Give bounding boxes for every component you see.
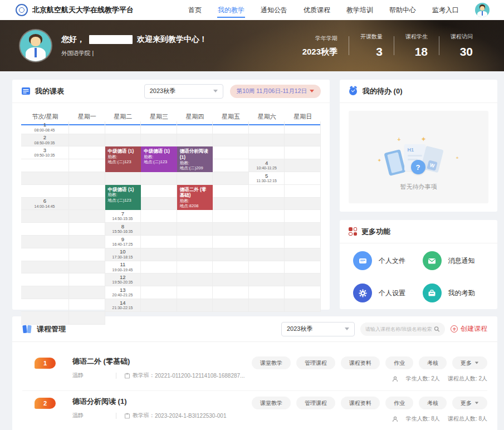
nav-item-1[interactable]: 首页 [188,1,202,20]
nav-item-5[interactable]: 教学培训 [346,1,374,20]
timetable-cell[interactable] [105,121,141,134]
timetable-cell[interactable] [21,312,69,325]
timetable-cell[interactable] [213,121,249,134]
timetable-cell[interactable] [21,172,69,185]
timetable-cell[interactable] [69,121,105,134]
timetable-cell[interactable] [141,286,177,299]
course-name[interactable]: 德语二外 (零基础) [72,356,244,367]
timetable-cell[interactable] [249,121,285,134]
timetable-cell[interactable] [69,159,105,172]
user-avatar[interactable] [475,3,490,17]
timetable-cell[interactable] [249,248,285,261]
timetable-cell[interactable] [213,185,249,198]
timetable-cell[interactable] [69,146,105,159]
function-item-1[interactable]: 个人文件 [353,251,423,270]
timetable-cell[interactable] [249,299,285,312]
timetable-cell[interactable] [141,185,177,198]
timetable-cell[interactable] [69,261,105,274]
timetable-cell[interactable] [141,172,177,185]
action-button[interactable]: 考核 [419,397,447,409]
timetable-cell[interactable] [285,172,321,185]
timetable-cell[interactable] [69,299,105,312]
timetable-cell[interactable] [105,172,141,185]
timetable-cell[interactable] [21,261,69,274]
timetable-cell[interactable] [213,248,249,261]
timetable-cell[interactable] [141,223,177,236]
timetable-cell[interactable] [21,159,69,172]
timetable-cell[interactable] [285,121,321,134]
timetable-cell[interactable] [141,248,177,261]
timetable-cell[interactable] [69,210,105,223]
timetable-cell[interactable] [249,185,285,198]
timetable-cell[interactable] [213,299,249,312]
timetable-cell[interactable] [141,121,177,134]
timetable-cell[interactable] [249,273,285,286]
timetable-cell[interactable] [177,261,213,274]
timetable-cell[interactable] [285,261,321,274]
timetable-cell[interactable] [177,210,213,223]
timetable-cell[interactable] [213,210,249,223]
timetable-cell[interactable] [141,198,177,211]
timetable-cell[interactable] [141,299,177,312]
timetable-cell[interactable] [21,236,69,248]
timetable-cell[interactable] [285,236,321,248]
course-event[interactable]: 中级德语 (1)助教:地点:(二)123 [105,185,141,211]
timetable-cell[interactable] [285,185,321,198]
timetable-cell[interactable] [177,248,213,261]
timetable-cell[interactable] [213,236,249,248]
timetable-cell[interactable] [249,286,285,299]
nav-item-6[interactable]: 帮助中心 [389,1,417,20]
timetable-cell[interactable] [141,236,177,248]
search-icon[interactable] [434,326,440,333]
timetable-cell[interactable] [285,248,321,261]
timetable-cell[interactable] [69,312,105,325]
timetable-cell[interactable] [285,210,321,223]
action-button[interactable]: 课堂教学 [252,397,291,409]
timetable-cell[interactable] [249,198,285,211]
timetable-cell[interactable] [69,198,105,211]
timetable-cell[interactable] [285,273,321,286]
timetable-cell[interactable] [213,261,249,274]
timetable-cell[interactable] [249,210,285,223]
action-button[interactable]: 课程资料 [341,397,380,409]
timetable-cell[interactable] [285,198,321,211]
week-select[interactable]: 第10周 11月06日-11月12日 [230,85,321,98]
timetable-cell[interactable] [177,223,213,236]
action-button[interactable]: 课堂教学 [252,356,291,369]
function-item-4[interactable]: 我的考勤 [423,284,492,302]
action-button[interactable]: 作业 [385,397,413,409]
timetable-cell[interactable] [21,299,69,312]
action-button[interactable]: 作业 [385,356,413,369]
timetable-cell[interactable] [213,286,249,299]
course-event[interactable]: 中级德语 (1)助教:地点:(二)123 [141,146,177,172]
timetable-cell[interactable] [213,198,249,211]
course-event[interactable]: 德语二外 (零基础)助教:地点:8208 [177,185,213,211]
more-button[interactable]: 更多 [452,397,487,409]
timetable-cell[interactable] [213,159,249,172]
timetable-cell[interactable] [69,286,105,299]
timetable-cell[interactable] [213,134,249,147]
timetable-cell[interactable] [69,248,105,261]
action-button[interactable]: 考核 [419,356,447,369]
nav-item-2[interactable]: 我的教学 [217,1,245,20]
timetable-cell[interactable] [285,286,321,299]
timetable-cell[interactable] [177,236,213,248]
timetable-cell[interactable] [249,146,285,159]
timetable-cell[interactable] [21,273,69,286]
timetable-cell[interactable] [285,159,321,172]
timetable-cell[interactable] [21,223,69,236]
timetable-cell[interactable] [141,273,177,286]
timetable-cell[interactable] [177,121,213,134]
nav-item-7[interactable]: 监考入口 [432,1,459,20]
timetable-cell[interactable] [141,210,177,223]
timetable-cell[interactable] [69,134,105,147]
timetable-cell[interactable] [249,134,285,147]
timetable-cell[interactable] [177,134,213,147]
course-event[interactable]: 中级德语 (1)助教:地点:(二)123 [105,146,141,172]
action-button[interactable]: 课程资料 [341,356,380,369]
timetable-cell[interactable] [141,261,177,274]
timetable-cell[interactable] [69,273,105,286]
course-event[interactable]: 德语分析阅读 (1)助教:地点:(二)209 [177,146,213,172]
timetable-cell[interactable] [213,223,249,236]
timetable-cell[interactable] [105,134,141,147]
